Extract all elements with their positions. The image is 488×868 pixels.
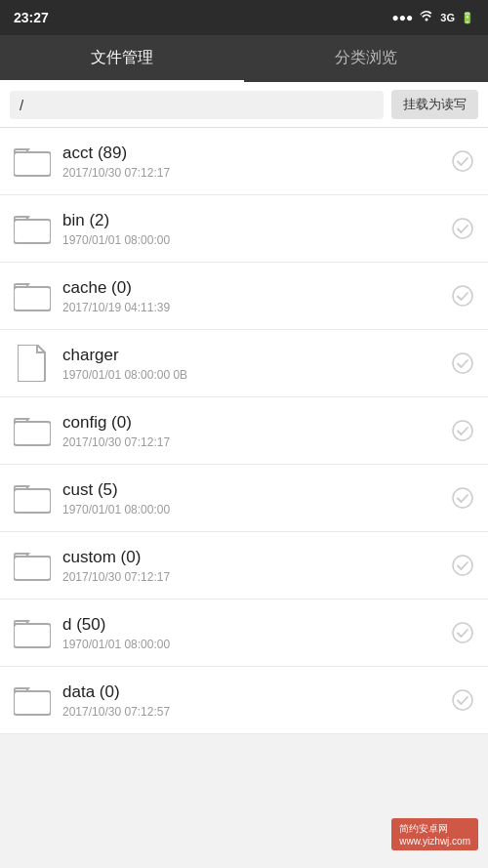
check-icon[interactable] — [451, 419, 474, 442]
status-time: 23:27 — [14, 10, 49, 25]
folder-icon — [14, 679, 51, 722]
battery-icon: 🔋 — [461, 12, 474, 24]
file-meta: 1970/01/01 08:00:00 0B — [62, 368, 451, 382]
file-list: acct (89)2017/10/30 07:12:17 bin (2)1970… — [0, 128, 488, 734]
svg-rect-15 — [14, 691, 51, 715]
list-item[interactable]: bin (2)1970/01/01 08:00:00 — [0, 195, 488, 263]
file-meta: 1970/01/01 08:00:00 — [62, 638, 451, 651]
file-name: bin (2) — [62, 211, 451, 230]
file-meta: 2017/10/19 04:11:39 — [62, 301, 451, 314]
check-icon[interactable] — [451, 486, 474, 510]
status-icons: ●●● 3G 🔋 — [392, 11, 474, 25]
svg-point-8 — [453, 421, 472, 440]
file-meta: 2017/10/30 07:12:17 — [62, 435, 451, 449]
mount-button[interactable]: 挂载为读写 — [391, 90, 478, 119]
svg-point-16 — [453, 690, 472, 710]
file-name: acct (89) — [62, 144, 451, 163]
svg-point-1 — [453, 151, 472, 171]
check-icon[interactable] — [451, 149, 474, 173]
tab-category-browser[interactable]: 分类浏览 — [244, 35, 488, 82]
check-icon[interactable] — [451, 284, 474, 308]
list-item[interactable]: config (0)2017/10/30 07:12:17 — [0, 397, 488, 465]
svg-rect-11 — [14, 557, 51, 580]
tab-file-manager[interactable]: 文件管理 — [0, 35, 244, 82]
path-bar: 挂载为读写 — [0, 82, 488, 128]
check-icon[interactable] — [451, 621, 474, 644]
file-icon — [14, 342, 51, 385]
wifi-icon — [419, 11, 434, 25]
network-type: 3G — [440, 12, 455, 23]
file-name: charger — [62, 346, 451, 365]
svg-rect-4 — [14, 287, 51, 310]
svg-point-3 — [453, 219, 472, 238]
folder-icon — [14, 274, 51, 317]
list-item[interactable]: acct (89)2017/10/30 07:12:17 — [0, 128, 488, 195]
file-meta: 1970/01/01 08:00:00 — [62, 503, 451, 517]
svg-point-12 — [453, 556, 472, 575]
list-item[interactable]: data (0)2017/10/30 07:12:57 — [0, 667, 488, 734]
list-item[interactable]: d (50)1970/01/01 08:00:00 — [0, 599, 488, 667]
tab-bar: 文件管理 分类浏览 — [0, 35, 488, 82]
file-meta: 2017/10/30 07:12:57 — [62, 705, 451, 719]
check-icon[interactable] — [451, 351, 474, 375]
file-meta: 1970/01/01 08:00:00 — [62, 233, 451, 247]
file-meta: 2017/10/30 07:12:17 — [62, 570, 451, 584]
check-icon[interactable] — [451, 217, 474, 240]
folder-icon — [14, 476, 51, 519]
status-bar: 23:27 ●●● 3G 🔋 — [0, 0, 488, 35]
list-item[interactable]: charger1970/01/01 08:00:00 0B — [0, 330, 488, 397]
file-name: cust (5) — [62, 480, 451, 500]
list-item[interactable]: cust (5)1970/01/01 08:00:00 — [0, 465, 488, 532]
file-name: data (0) — [62, 682, 451, 702]
svg-rect-7 — [14, 422, 51, 445]
folder-icon — [14, 207, 51, 250]
svg-rect-0 — [14, 152, 51, 176]
svg-rect-9 — [14, 489, 51, 513]
list-item[interactable]: cache (0)2017/10/19 04:11:39 — [0, 263, 488, 330]
svg-point-10 — [453, 488, 472, 508]
path-input[interactable] — [10, 91, 384, 119]
folder-icon — [14, 140, 51, 183]
signal-icon: ●●● — [392, 11, 414, 24]
file-name: d (50) — [62, 615, 451, 635]
svg-point-5 — [453, 286, 472, 306]
folder-icon — [14, 409, 51, 452]
list-item[interactable]: custom (0)2017/10/30 07:12:17 — [0, 532, 488, 599]
file-name: cache (0) — [62, 278, 451, 298]
svg-rect-2 — [14, 220, 51, 243]
file-name: custom (0) — [62, 548, 451, 567]
svg-rect-13 — [14, 624, 51, 647]
folder-icon — [14, 544, 51, 587]
check-icon[interactable] — [451, 554, 474, 577]
check-icon[interactable] — [451, 688, 474, 712]
file-meta: 2017/10/30 07:12:17 — [62, 166, 451, 180]
svg-point-6 — [453, 353, 472, 373]
file-name: config (0) — [62, 413, 451, 433]
folder-icon — [14, 611, 51, 654]
watermark: 简约安卓网www.yizhwj.com — [391, 818, 478, 850]
svg-point-14 — [453, 623, 472, 642]
